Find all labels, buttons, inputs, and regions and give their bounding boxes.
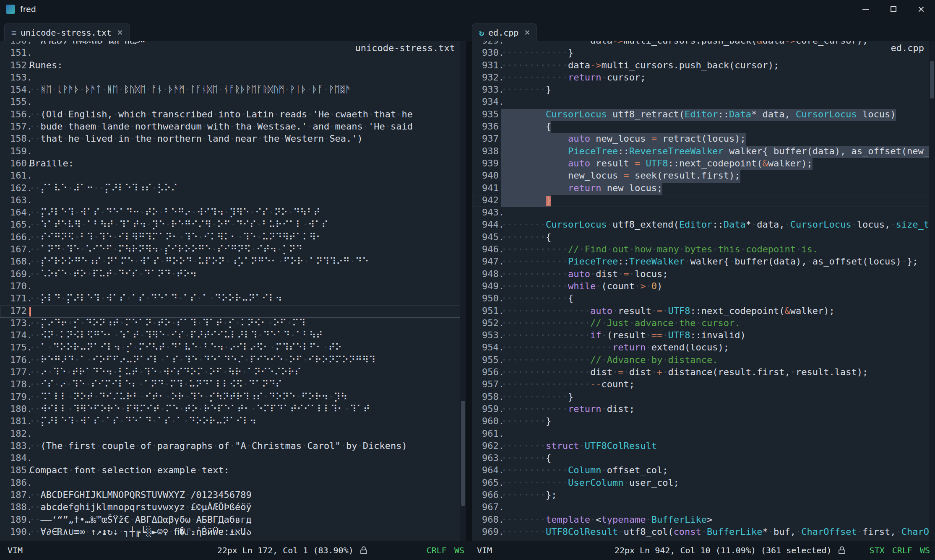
right-scrollbar-thumb[interactable] bbox=[930, 61, 934, 99]
code-line[interactable]: 961. bbox=[472, 428, 929, 441]
code-line[interactable]: 929.················data->multi_cursors.… bbox=[472, 41, 929, 47]
code-line[interactable]: 964.············Column·offset_col; bbox=[472, 465, 929, 477]
close-button[interactable] bbox=[907, 0, 935, 18]
line-text: ········CursorLocus·utf8_retract(Editor:… bbox=[501, 109, 896, 121]
code-line[interactable]: 155. bbox=[0, 96, 460, 109]
tab-ed-cpp[interactable]: ↻ ed.cpp bbox=[472, 23, 537, 41]
code-line[interactable]: 931.············data->multi_cursors.push… bbox=[472, 60, 929, 72]
code-line[interactable]: 180.··⠺⠊⠇⠇·⠹⠻⠑⠋⠕⠗⠑·⠏⠻⠍⠊⠞·⠍⠑·⠞⠕·⠗⠑⠏⠑⠁⠞⠂·⠑… bbox=[0, 404, 460, 416]
code-line[interactable]: 930.············} bbox=[472, 47, 929, 60]
code-line[interactable]: 963.········{ bbox=[472, 453, 929, 465]
code-line[interactable]: 154.··ᚻᛖ·ᚳᚹᚫᚦ·ᚦᚫᛏ·ᚻᛖ·ᛒᚢᛞᛖ·ᚩᚾ·ᚦᚫᛗ·ᛚᚪᚾᛞᛖ·ᚾ… bbox=[0, 84, 460, 96]
code-line[interactable]: 153. bbox=[0, 72, 460, 84]
code-line[interactable]: 942.········} bbox=[472, 195, 929, 207]
code-line[interactable]: 960.········} bbox=[472, 416, 929, 428]
code-line[interactable]: 170. bbox=[0, 281, 460, 293]
code-line[interactable]: 932.············return·cursor; bbox=[472, 72, 929, 84]
code-line[interactable]: 936.········{ bbox=[472, 121, 929, 133]
code-line[interactable]: 165.··⠱⠁⠞⠑⠧⠻·⠁⠃⠳⠞·⠹⠁⠞⠲·⡹⠑·⠗⠑⠛⠊⠌⠻·⠕⠋·⠙⠊⠎·… bbox=[0, 219, 460, 231]
code-line[interactable]: 161. bbox=[0, 170, 460, 182]
code-line[interactable]: 950.············{ bbox=[472, 293, 929, 305]
code-line[interactable]: 179.··⠩⠁⠇⠇·⠝⠕⠞·⠙⠊⠌⠥⠗⠃·⠊⠞⠂·⠕⠗·⠹⠑·⡊⠳⠝⠞⠗⠹⠰⠎… bbox=[0, 391, 460, 404]
code-line[interactable]: 160.Braille: bbox=[0, 158, 460, 170]
code-line[interactable]: 953.················if·(result·==·UTF8::… bbox=[472, 330, 929, 342]
line-number: 964. bbox=[472, 465, 495, 477]
code-line[interactable]: 178.··⠊⠎·⠔·⠹⠑·⠎⠊⠍⠊⠇⠑⠆·⠁⠝⠙·⠍⠹·⠥⠝⠙⠁⠇⠇⠪⠫·⠙⠁… bbox=[0, 379, 460, 391]
minimize-button[interactable] bbox=[852, 0, 880, 18]
code-line[interactable]: 177.··⠔·⠹⠑·⠞⠗⠁⠙⠑⠲·⡃⠥⠞·⠹⠑·⠺⠊⠎⠙⠕⠍·⠕⠋·⠳⠗·⠁⠝… bbox=[0, 367, 460, 379]
code-line[interactable]: 174.··⠪⠝·⠅⠝⠪⠇⠫⠛⠑⠂·⠱⠁⠞·⠹⠻⠑·⠊⠎·⠏⠜⠞⠊⠊⠥⠇⠜⠇⠹·… bbox=[0, 330, 460, 342]
code-line[interactable]: 958.············} bbox=[472, 391, 929, 404]
code-line[interactable]: 182. bbox=[0, 428, 460, 441]
code-line[interactable]: 168.··⡎⠊⠗⠕⠕⠛⠑⠰⠎·⠝⠁⠍⠑·⠺⠁⠎·⠛⠕⠕⠙·⠥⠏⠕⠝·⠰⡡⠁⠝⠛… bbox=[0, 256, 460, 268]
code-line[interactable]: 946.············//·Find·out·how·many·byt… bbox=[472, 244, 929, 256]
code-line[interactable]: 164.··⡍⠜⠇⠑⠹·⠺⠁⠎·⠙⠑⠁⠙⠒·⠞⠕·⠃⠑⠛⠔·⠺⠊⠹⠲·⡹⠻⠑·⠊… bbox=[0, 207, 460, 219]
code-line[interactable]: 158.··that·he·lived·in·the·northern·land… bbox=[0, 133, 460, 145]
left-scrollbar-thumb[interactable] bbox=[461, 401, 465, 506]
maximize-button[interactable] bbox=[880, 0, 907, 18]
code-line[interactable]: 184. bbox=[0, 453, 460, 465]
code-line[interactable]: 941.············return·new_locus; bbox=[472, 183, 929, 195]
code-line[interactable]: 183.··(The·first·couple·of·paragraphs·of… bbox=[0, 441, 460, 453]
code-line[interactable]: 181.··⡍⠜⠇⠑⠹·⠺⠁⠎·⠁⠎·⠙⠑⠁⠙·⠁⠎·⠁·⠙⠕⠕⠗⠤⠝⠁⠊⠇⠲ bbox=[0, 416, 460, 428]
code-line[interactable]: 934. bbox=[472, 96, 929, 109]
code-line[interactable]: 173.··⡍⠔⠙⠖·⡊·⠙⠕⠝⠰⠞·⠍⠑⠁⠝·⠞⠕·⠎⠁⠹·⠹⠁⠞·⡊·⠅⠝⠪… bbox=[0, 318, 460, 330]
code-line[interactable]: 952.················//·Just·advance·the·… bbox=[472, 318, 929, 330]
code-line[interactable]: 959.············return·dist; bbox=[472, 404, 929, 416]
code-line[interactable]: 939.············auto·result·=·UTF8::next… bbox=[472, 158, 929, 170]
code-line[interactable]: 176.··⠗⠑⠛⠜⠙·⠁·⠊⠕⠋⠋⠔⠤⠝⠁⠊⠇·⠁⠎·⠹⠑·⠙⠑⠁⠙⠑⠌·⠏⠊… bbox=[0, 355, 460, 367]
code-line[interactable]: 969.········UTF8ColResult·utf8_col(const… bbox=[472, 526, 929, 539]
code-line[interactable]: 933.········} bbox=[472, 84, 929, 96]
code-line[interactable]: 957.················--count; bbox=[472, 379, 929, 391]
code-line[interactable]: 188.··abcdefghijklmnopqrstuvwxyz·£©µÀÆÖÞ… bbox=[0, 502, 460, 514]
left-scrollbar[interactable] bbox=[460, 41, 466, 541]
code-line[interactable]: 962.········struct·UTF8ColResult bbox=[472, 441, 929, 453]
code-line[interactable]: 189.··–—‘“”„†•…‰™œŠŸž€·ΑΒΓΔΩαβγδω·АБВГДа… bbox=[0, 514, 460, 526]
code-line[interactable]: 175.··⠁·⠙⠕⠕⠗⠤⠝⠁⠊⠇⠲·⡊·⠍⠊⠣⠞·⠙⠁⠧⠑·⠃⠑⠲·⠔⠊⠇⠔⠫… bbox=[0, 342, 460, 354]
code-line[interactable]: 948.············auto·dist·=·locus; bbox=[472, 269, 929, 281]
code-line[interactable]: 951.················auto·result·=·UTF8::… bbox=[472, 306, 929, 318]
code-line[interactable]: 166.··⠎⠊⠛⠝⠫·⠃⠹·⠹⠑·⠊⠇⠻⠛⠹⠍⠁⠝⠂·⠹⠑·⠊⠅⠻⠅⠂·⠹⠑·… bbox=[0, 232, 460, 244]
code-line[interactable]: 966.········}; bbox=[472, 490, 929, 502]
right-editor-pane[interactable]: 929.················data->multi_cursors.… bbox=[472, 41, 935, 541]
pane-divider[interactable] bbox=[466, 41, 472, 541]
code-line[interactable]: 967. bbox=[472, 502, 929, 514]
code-line[interactable]: 949.············while·(count·>·0) bbox=[472, 281, 929, 293]
code-line[interactable]: 157.··bude·thaem·lande·northweardum·with… bbox=[0, 121, 460, 133]
code-line[interactable]: 954.····················return·extend(lo… bbox=[472, 342, 929, 354]
code-line[interactable]: 947.············PieceTree::TreeWalker·wa… bbox=[472, 256, 929, 268]
code-line[interactable]: 965.············UserColumn·user_col; bbox=[472, 477, 929, 490]
tab-close-icon[interactable] bbox=[117, 30, 123, 35]
code-line[interactable]: 940.············new_locus·=·seek(result.… bbox=[472, 170, 929, 182]
line-number: 930. bbox=[472, 47, 495, 60]
padlock-icon bbox=[359, 546, 368, 555]
code-line[interactable]: 163. bbox=[0, 195, 460, 207]
code-line[interactable]: 938.············PieceTree::ReverseTreeWa… bbox=[472, 146, 929, 158]
code-line[interactable]: 968.········template·<typename·BufferLik… bbox=[472, 514, 929, 526]
right-scrollbar[interactable] bbox=[929, 41, 935, 541]
code-line[interactable]: 171.··⡕⠇⠙·⡍⠜⠇⠑⠹·⠺⠁⠎·⠁⠎·⠙⠑⠁⠙·⠁⠎·⠁·⠙⠕⠕⠗⠤⠝⠁… bbox=[0, 293, 460, 305]
line-number: 968. bbox=[472, 514, 495, 526]
code-line[interactable]: 937.············auto·new_locus·=·retract… bbox=[472, 133, 929, 145]
code-line[interactable]: 935.········CursorLocus·utf8_retract(Edi… bbox=[472, 109, 929, 121]
code-line[interactable]: 162.··⡌⠁⠧⠑·⠼⠁⠒··⡍⠜⠇⠑⠹⠰⠎·⡣⠕⠌ bbox=[0, 183, 460, 195]
tab-close-icon[interactable] bbox=[524, 30, 530, 35]
code-line[interactable]: 944.········CursorLocus·utf8_extend(Edit… bbox=[472, 219, 929, 231]
code-line[interactable]: 169.··⠡⠕⠎⠑·⠞⠕·⠏⠥⠞·⠙⠊⠎·⠙⠁⠝⠙·⠞⠕⠲ bbox=[0, 269, 460, 281]
code-line[interactable]: 185.Compact·font·selection·example·text: bbox=[0, 465, 460, 477]
tab-unicode-stress-txt[interactable]: ≡ unicode-stress.txt bbox=[4, 23, 130, 41]
code-line[interactable]: 190.··∀∂∈ℝ∧∪≡∞·↑↗↨↻⇣·┐┼╔╘░►☺♀·ﬁ�⑀₂ἠḂӥẄɐː… bbox=[0, 526, 460, 539]
code-line[interactable]: 956.················dist·=·dist·+·distan… bbox=[472, 367, 929, 379]
code-line[interactable]: 186. bbox=[0, 477, 460, 490]
code-line[interactable]: 955.················//·Advance·by·distan… bbox=[472, 355, 929, 367]
code-line[interactable]: 167.··⠁⠝⠙·⠹⠑·⠡⠊⠑⠋·⠍⠳⠗⠝⠻⠲·⡎⠊⠗⠕⠕⠛⠑·⠎⠊⠛⠝⠫·⠊… bbox=[0, 244, 460, 256]
code-line[interactable]: 945.········{ bbox=[472, 232, 929, 244]
code-line[interactable]: 156.··(Old·English,·which·transcribed·in… bbox=[0, 109, 460, 121]
code-line[interactable]: 187.··ABCDEFGHIJKLMNOPQRSTUVWXYZ·/012345… bbox=[0, 490, 460, 502]
code-line[interactable]: 172. bbox=[0, 306, 460, 318]
code-line[interactable]: 159. bbox=[0, 146, 460, 158]
code-line[interactable]: 943. bbox=[472, 207, 929, 219]
code-line[interactable]: 152.Runes: bbox=[0, 60, 460, 72]
line-number: 159. bbox=[0, 146, 23, 158]
left-editor-pane[interactable]: 150.··እግርህን·በፍራሽህ·ልክ·ዘርጋ።151.152.Runes:1… bbox=[0, 41, 466, 541]
